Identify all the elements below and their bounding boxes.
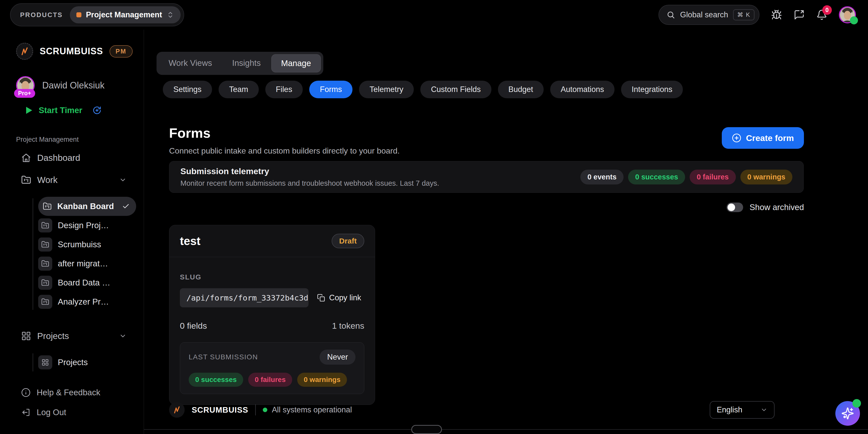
home-icon	[21, 153, 31, 163]
horizontal-scrollbar	[144, 429, 868, 430]
chevrons-up-down-icon	[166, 11, 174, 19]
tab-insights[interactable]: Insights	[223, 54, 270, 72]
user-row[interactable]: Pro+ Dawid Oleksiuk	[16, 76, 104, 95]
brand-pm-badge: PM	[110, 45, 133, 58]
folder-icon	[38, 238, 52, 252]
search-shortcut-kbd: ⌘ K	[733, 9, 754, 20]
design-project-label: Design Proj…	[58, 221, 109, 230]
chevron-down-icon	[119, 332, 127, 340]
ai-assistant-button[interactable]	[835, 401, 860, 426]
footer: SCRUMBUISS All systems operational Engli…	[169, 401, 803, 419]
search-placeholder: Global search	[680, 10, 728, 19]
tab-files[interactable]: Files	[265, 81, 303, 98]
products-switcher: PRODUCTS Project Management	[10, 3, 184, 26]
sidebar-section-label: Project Management	[16, 136, 79, 144]
sidebar-item-scrumbuiss[interactable]: Scrumbuiss	[38, 235, 136, 254]
brand-name: SCRUMBUISS	[40, 46, 103, 57]
folder-kanban-icon	[43, 202, 52, 211]
sidebar-item-projects-child[interactable]: Projects	[38, 353, 88, 372]
products-label: PRODUCTS	[20, 11, 63, 19]
form-card[interactable]: test Draft SLUG /api/forms/form_33372b4c…	[169, 225, 375, 405]
tab-manage[interactable]: Manage	[271, 54, 321, 72]
bug-icon	[771, 9, 782, 20]
footer-divider	[255, 404, 256, 415]
user-name: Dawid Oleksiuk	[42, 80, 104, 91]
form-card-header: test Draft	[169, 225, 375, 257]
grid-icon	[38, 355, 52, 369]
sidebar-item-kanban-board[interactable]: Kanban Board	[38, 197, 136, 216]
warnings-badge: 0 warnings	[740, 169, 793, 184]
show-archived-row: Show archived	[726, 203, 804, 212]
status-badge: Draft	[332, 234, 364, 248]
chevron-down-icon	[761, 406, 768, 413]
timer-sync-icon[interactable]	[92, 106, 101, 115]
manage-tabs: Settings Team Files Forms Telemetry Cust…	[163, 81, 683, 98]
last-submission-panel: LAST SUBMISSION Never 0 successes 0 fail…	[180, 342, 364, 394]
sidebar-item-logout[interactable]: Log Out	[21, 405, 66, 420]
sidebar-item-projects[interactable]: Projects	[21, 329, 127, 343]
check-icon	[122, 203, 130, 210]
fields-count: 0 fields	[180, 321, 207, 331]
topbar-right: Global search ⌘ K 0	[658, 5, 856, 25]
sidebar-item-dashboard[interactable]: Dashboard	[21, 151, 80, 165]
sidebar-user-avatar: Pro+	[16, 76, 35, 95]
tab-automations[interactable]: Automations	[550, 81, 615, 98]
last-submission-label: LAST SUBMISSION	[189, 353, 258, 361]
pro-plus-badge: Pro+	[14, 89, 35, 98]
submission-telemetry-panel: Submission telemetry Monitor recent form…	[169, 161, 804, 193]
logout-icon	[21, 408, 31, 417]
show-archived-toggle[interactable]	[726, 203, 743, 212]
tab-telemetry[interactable]: Telemetry	[359, 81, 414, 98]
product-selector-label: Project Management	[86, 10, 162, 19]
tab-custom-fields[interactable]: Custom Fields	[420, 81, 491, 98]
footer-brand-name: SCRUMBUISS	[192, 405, 248, 415]
notifications-button[interactable]: 0	[816, 9, 827, 20]
brand-row: SCRUMBUISS PM	[16, 43, 133, 60]
sidebar-item-design-project[interactable]: Design Proj…	[38, 216, 136, 235]
info-icon	[21, 388, 31, 397]
toggle-knob	[727, 204, 735, 211]
copy-link-button[interactable]: Copy link	[317, 293, 361, 302]
ai-status-dot	[852, 399, 861, 408]
successes-badge: 0 successes	[189, 373, 243, 387]
brand-logo	[16, 43, 33, 60]
folder-icon	[38, 276, 52, 290]
telemetry-badges: 0 events 0 successes 0 failures 0 warnin…	[580, 169, 793, 184]
analyzer-project-label: Analyzer Pr…	[58, 297, 109, 307]
sidebar-item-analyzer-project[interactable]: Analyzer Pr…	[38, 292, 136, 311]
start-timer-button[interactable]: Start Timer	[26, 105, 101, 115]
search-icon	[666, 10, 675, 19]
global-search-input[interactable]: Global search ⌘ K	[658, 5, 760, 25]
share-feedback-button[interactable]	[794, 9, 805, 20]
status-green-dot	[263, 408, 267, 412]
plus-circle-icon	[732, 133, 741, 143]
tab-settings[interactable]: Settings	[163, 81, 212, 98]
sidebar-item-work[interactable]: Work	[21, 173, 127, 187]
tab-integrations[interactable]: Integrations	[621, 81, 683, 98]
folder-icon	[38, 218, 52, 232]
main-content: Work Views Insights Manage Settings Team…	[144, 30, 868, 434]
sidebar-item-help-feedback[interactable]: Help & Feedback	[21, 385, 100, 400]
slug-row: /api/forms/form_33372b4c3db… Copy link	[180, 288, 364, 307]
create-form-button[interactable]: Create form	[722, 127, 804, 149]
footer-brand-logo	[169, 402, 185, 418]
work-children-tree: Kanban Board Design Proj… Scrumbuiss aft…	[33, 197, 136, 311]
sidebar-item-board-data[interactable]: Board Data …	[38, 273, 136, 292]
projects-children-tree: Projects	[33, 353, 88, 372]
tab-forms[interactable]: Forms	[309, 81, 352, 98]
user-avatar[interactable]	[839, 6, 856, 23]
start-timer-label: Start Timer	[39, 105, 83, 115]
tab-team[interactable]: Team	[219, 81, 259, 98]
tab-work-views[interactable]: Work Views	[159, 54, 222, 72]
notification-count-badge: 0	[822, 5, 832, 15]
bug-report-button[interactable]	[771, 9, 782, 20]
language-select[interactable]: English	[710, 401, 775, 419]
slug-value[interactable]: /api/forms/form_33372b4c3db…	[180, 288, 309, 307]
projects-child-label: Projects	[58, 358, 88, 367]
sidebar-item-after-migration[interactable]: after migrat…	[38, 254, 136, 273]
tab-budget[interactable]: Budget	[498, 81, 544, 98]
show-archived-label: Show archived	[750, 203, 804, 212]
scrollbar-handle[interactable]	[411, 425, 442, 434]
copy-icon	[317, 294, 325, 302]
product-selector[interactable]: Project Management	[70, 6, 181, 23]
